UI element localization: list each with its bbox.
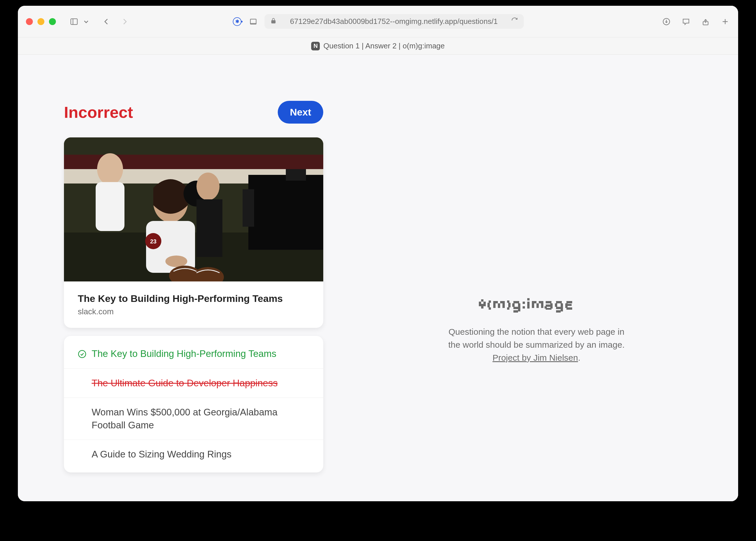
tagline: Questioning the notion that every web pa…	[444, 325, 629, 364]
svg-rect-29	[479, 301, 481, 304]
forward-button	[120, 17, 130, 27]
og-card-title: The Key to Building High-Performing Team…	[78, 293, 310, 304]
maximize-window-button[interactable]	[49, 18, 56, 25]
svg-rect-59	[539, 301, 541, 303]
url-text: 67129e27db43ab0009bd1752--omgimg.netlify…	[281, 17, 507, 26]
svg-rect-24	[243, 189, 254, 227]
svg-point-28	[79, 350, 86, 358]
quiz-column: Incorrect Next	[64, 101, 323, 478]
tab-strip: N Question 1 | Answer 2 | o(m)g:image	[18, 37, 738, 55]
svg-rect-74	[566, 307, 572, 310]
result-header: Incorrect Next	[64, 101, 323, 124]
og-card-body: The Key to Building High-Performing Team…	[64, 281, 323, 328]
svg-rect-58	[536, 303, 539, 308]
check-circle-icon	[78, 349, 86, 357]
reader-mode-icon[interactable]	[248, 17, 258, 27]
svg-rect-71	[566, 301, 572, 303]
svg-text:23: 23	[150, 238, 157, 245]
browser-window: ✱ 67129e27db43ab0009bd1752--omgimg.netli…	[18, 6, 738, 501]
svg-rect-55	[527, 301, 529, 308]
downloads-icon[interactable]	[661, 17, 671, 27]
svg-rect-34	[483, 304, 486, 306]
svg-rect-40	[495, 301, 498, 303]
answer-option[interactable]: Woman Wins $500,000 at Georgia/Alabama F…	[64, 397, 323, 440]
svg-rect-35	[481, 306, 483, 308]
svg-rect-73	[566, 304, 572, 306]
svg-rect-56	[532, 301, 534, 308]
svg-rect-23	[248, 175, 323, 250]
svg-rect-46	[507, 307, 509, 310]
svg-rect-67	[555, 303, 557, 307]
svg-rect-31	[483, 301, 486, 304]
svg-point-19	[165, 256, 187, 267]
svg-rect-70	[556, 310, 561, 312]
svg-rect-44	[507, 300, 509, 303]
answer-option-correct[interactable]: The Key to Building High-Performing Team…	[64, 339, 323, 368]
minimize-window-button[interactable]	[37, 18, 44, 25]
svg-rect-62	[550, 303, 553, 308]
svg-rect-45	[508, 303, 510, 307]
svg-rect-51	[513, 310, 518, 312]
svg-rect-25	[286, 169, 306, 181]
svg-rect-53	[523, 306, 525, 308]
reload-icon[interactable]	[511, 17, 518, 26]
answer-option-wrong[interactable]: The Ultimate Guide to Developer Happines…	[64, 368, 323, 398]
svg-point-21	[197, 173, 220, 200]
extension-icon[interactable]: ✱	[232, 17, 242, 27]
svg-point-13	[97, 153, 123, 185]
result-status: Incorrect	[64, 103, 133, 122]
svg-rect-36	[489, 300, 491, 303]
tagline-text: Questioning the notion that every web pa…	[448, 327, 625, 349]
traffic-lights	[26, 18, 56, 25]
info-column: Questioning the notion that every web pa…	[381, 101, 692, 478]
project-link[interactable]: Project by Jim Nielsen	[492, 353, 578, 362]
site-logo	[476, 296, 597, 317]
svg-rect-32	[481, 304, 483, 306]
period: .	[578, 353, 580, 362]
svg-rect-14	[96, 182, 125, 231]
svg-rect-54	[527, 298, 529, 300]
svg-rect-39	[493, 301, 495, 308]
og-image: 23	[64, 137, 323, 281]
page-content: Incorrect Next	[18, 55, 738, 501]
svg-rect-61	[546, 301, 551, 303]
svg-rect-50	[518, 303, 520, 311]
svg-rect-42	[500, 301, 502, 303]
close-window-button[interactable]	[26, 18, 33, 25]
back-button[interactable]	[101, 17, 111, 27]
next-button[interactable]: Next	[278, 101, 323, 124]
tab-title: Question 1 | Answer 2 | o(m)g:image	[323, 42, 444, 50]
svg-rect-60	[541, 301, 543, 308]
titlebar: ✱ 67129e27db43ab0009bd1752--omgimg.netli…	[18, 6, 738, 37]
svg-rect-43	[502, 301, 505, 308]
answer-text: The Key to Building High-Performing Team…	[92, 347, 310, 360]
sidebar-toggle-icon[interactable]	[69, 17, 79, 27]
og-card-domain: slack.com	[78, 307, 310, 316]
new-tab-icon[interactable]	[720, 17, 730, 27]
og-card: 23 The Key to Buil	[64, 137, 323, 328]
svg-rect-0	[71, 19, 78, 25]
share-icon[interactable]	[701, 17, 710, 27]
svg-rect-38	[489, 307, 491, 310]
answers-list: The Key to Building High-Performing Team…	[64, 336, 323, 472]
svg-rect-33	[479, 304, 481, 306]
answer-text: Woman Wins $500,000 at Georgia/Alabama F…	[92, 406, 310, 431]
svg-rect-65	[546, 308, 551, 310]
svg-rect-30	[481, 299, 483, 301]
lock-icon	[270, 17, 277, 26]
svg-rect-48	[512, 303, 514, 307]
svg-rect-47	[513, 301, 519, 303]
favicon: N	[311, 42, 320, 50]
address-bar[interactable]: 67129e27db43ab0009bd1752--omgimg.netlify…	[265, 14, 524, 29]
svg-rect-52	[523, 301, 525, 304]
answer-text: The Ultimate Guide to Developer Happines…	[92, 377, 310, 390]
svg-rect-69	[561, 303, 563, 311]
svg-rect-66	[556, 301, 562, 303]
speech-bubble-icon[interactable]	[681, 17, 691, 27]
answer-text: A Guide to Sizing Wedding Rings	[92, 448, 310, 461]
svg-rect-37	[487, 303, 490, 307]
svg-rect-22	[197, 199, 223, 257]
svg-rect-57	[534, 301, 536, 303]
answer-option[interactable]: A Guide to Sizing Wedding Rings	[64, 440, 323, 469]
chevron-down-icon[interactable]	[81, 17, 91, 27]
